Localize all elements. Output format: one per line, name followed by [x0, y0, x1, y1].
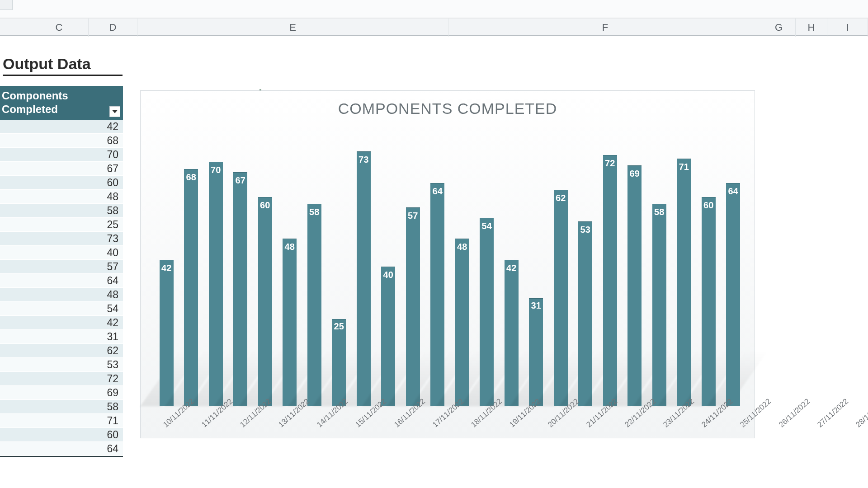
bar[interactable]: 60	[258, 197, 272, 407]
column-header[interactable]: C	[30, 19, 89, 37]
bar-slot: 48	[278, 127, 302, 406]
table-row[interactable]: 64	[0, 442, 123, 456]
bar[interactable]: 48	[455, 239, 469, 406]
bar[interactable]: 73	[357, 151, 371, 406]
bar-data-label: 72	[605, 158, 615, 169]
bar[interactable]: 57	[406, 207, 420, 406]
table-row[interactable]: 48	[0, 288, 123, 302]
bar-slot: 67	[228, 127, 253, 406]
bar[interactable]: 72	[603, 155, 617, 406]
table-row[interactable]: 40	[0, 246, 123, 260]
table-row[interactable]: 62	[0, 344, 123, 358]
bar-data-label: 53	[580, 225, 590, 235]
bar-data-label: 42	[506, 263, 516, 273]
bar-data-label: 58	[654, 207, 664, 217]
table-row[interactable]: 48	[0, 190, 123, 204]
x-axis: 10/11/202211/11/202212/11/202213/11/2022…	[154, 407, 745, 436]
bar-slot: 25	[327, 127, 352, 406]
table-header-cell[interactable]: Components Completed	[0, 86, 123, 120]
table-row[interactable]: 60	[0, 428, 123, 442]
bar[interactable]: 62	[554, 190, 568, 406]
column-header[interactable]: E	[137, 19, 448, 37]
bar-slot: 60	[253, 127, 278, 406]
bar-data-label: 25	[334, 321, 344, 332]
bar-data-label: 40	[383, 270, 393, 280]
column-header-row: CDEFGHI	[0, 18, 868, 36]
chart-container[interactable]: COMPONENTS COMPLETED 4268706760485825734…	[140, 90, 755, 438]
table-row[interactable]: 25	[0, 218, 123, 232]
table-row[interactable]: 31	[0, 330, 123, 344]
bar-slot: 70	[203, 127, 228, 406]
table-row[interactable]: 58	[0, 400, 123, 414]
column-header[interactable]: G	[762, 19, 796, 37]
table-row[interactable]: 64	[0, 274, 123, 288]
bar-slot: 64	[425, 127, 450, 406]
bar-data-label: 71	[679, 162, 689, 172]
table-body: 4268706760485825734057644854423162537269…	[0, 120, 123, 457]
column-header[interactable]: D	[89, 19, 137, 37]
column-header[interactable]: I	[827, 19, 868, 37]
bar-slot: 62	[548, 127, 573, 406]
table-row[interactable]: 42	[0, 316, 123, 330]
table-row[interactable]: 73	[0, 232, 123, 246]
bar-slot: 58	[647, 127, 672, 406]
table-row[interactable]: 71	[0, 414, 123, 428]
bar[interactable]: 54	[480, 218, 494, 406]
sheet-tab-stub	[0, 0, 13, 10]
bar-slot: 58	[302, 127, 327, 406]
table-row[interactable]: 70	[0, 148, 123, 162]
bar-data-label: 64	[433, 186, 443, 197]
table-row[interactable]: 54	[0, 302, 123, 316]
bar[interactable]: 58	[307, 204, 321, 406]
bar-slot: 73	[351, 127, 376, 406]
bar[interactable]: 40	[381, 267, 395, 406]
ribbon-area	[0, 0, 868, 18]
bar[interactable]: 25	[332, 319, 346, 406]
bar-data-label: 48	[457, 242, 467, 252]
bar[interactable]: 70	[209, 162, 223, 406]
bar-data-label: 69	[630, 169, 640, 179]
chevron-down-icon	[112, 109, 118, 114]
bar[interactable]: 69	[627, 165, 642, 406]
bar-slot: 42	[499, 127, 524, 406]
bar-slot: 69	[623, 127, 647, 406]
bar[interactable]: 58	[652, 204, 666, 406]
column-header[interactable]: F	[448, 19, 762, 37]
table-row[interactable]: 68	[0, 134, 123, 148]
bar[interactable]: 64	[430, 183, 444, 406]
table-row[interactable]: 69	[0, 386, 123, 400]
bar-slot: 48	[450, 127, 475, 406]
section-title: Output Data	[3, 55, 123, 76]
bar[interactable]: 53	[578, 221, 592, 406]
bar-data-label: 31	[531, 300, 541, 311]
table-row[interactable]: 58	[0, 204, 123, 218]
bar-slot: 68	[179, 127, 204, 406]
bar[interactable]: 67	[233, 172, 247, 406]
bar-slot: 53	[573, 127, 598, 406]
bar[interactable]: 60	[702, 197, 716, 407]
filter-dropdown-button[interactable]	[109, 106, 120, 117]
table-row[interactable]: 53	[0, 358, 123, 372]
table-row[interactable]: 60	[0, 176, 123, 190]
bar[interactable]: 48	[283, 239, 297, 406]
bar[interactable]: 42	[505, 260, 519, 406]
table-row[interactable]: 72	[0, 372, 123, 386]
bar-slot: 57	[401, 127, 425, 406]
bar-data-label: 48	[285, 242, 295, 252]
worksheet-area[interactable]: Output Data Components Completed 4268706…	[0, 36, 868, 488]
table-row[interactable]: 42	[0, 120, 123, 134]
bar[interactable]: 71	[677, 159, 691, 406]
bar[interactable]: 64	[726, 183, 740, 406]
bar-data-label: 60	[703, 200, 713, 211]
bar[interactable]: 31	[529, 298, 543, 406]
bar-data-label: 68	[186, 172, 196, 183]
bar-slot: 42	[154, 127, 179, 406]
table-row[interactable]: 57	[0, 260, 123, 274]
plot-area: 4268706760485825734057644854423162537269…	[154, 127, 745, 406]
table-row[interactable]: 67	[0, 162, 123, 176]
bar[interactable]: 68	[184, 169, 198, 406]
bar-slot: 64	[721, 127, 746, 406]
column-header[interactable]: H	[796, 19, 827, 37]
table-header-label: Components Completed	[2, 89, 68, 115]
bar[interactable]: 42	[160, 260, 174, 406]
